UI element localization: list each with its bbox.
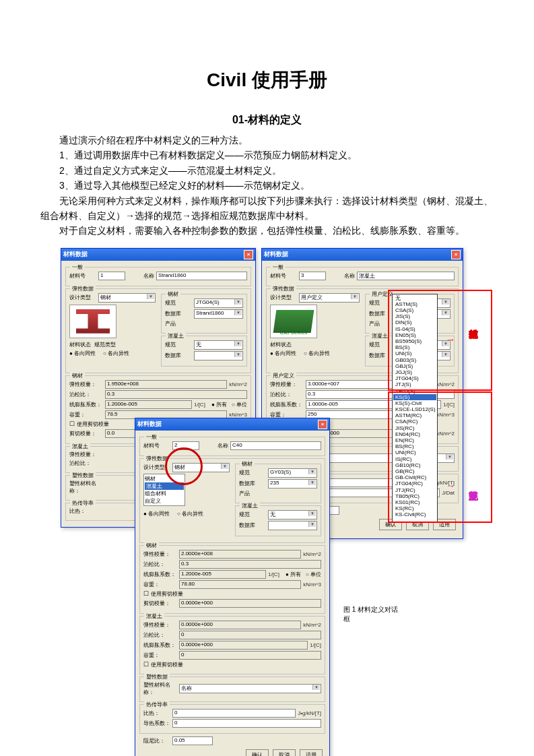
code-option[interactable]: JTG04(RC) — [393, 480, 436, 486]
code-option[interactable]: UNI(S) — [393, 350, 436, 356]
code-option[interactable]: BS5950(S) — [393, 338, 436, 344]
code-option[interactable]: JTJ(RC) — [393, 487, 436, 493]
code-option[interactable]: KS(S) — [393, 394, 436, 400]
code-option[interactable]: GB(RC) — [393, 468, 436, 474]
apply-button[interactable]: 适用 — [300, 749, 323, 756]
dialog-title: 材料数据 — [63, 250, 88, 259]
code-option[interactable]: JIS(RC) — [393, 425, 436, 431]
code-option[interactable]: GB-Civil(RC) — [393, 474, 436, 480]
code-option[interactable]: KS(S)-Civil — [393, 400, 436, 406]
doc-title: Civil 使用手册 — [40, 67, 494, 93]
code-option[interactable]: CSA(RC) — [393, 418, 436, 424]
code-option[interactable]: GB10(RC) — [393, 462, 436, 468]
cancel-button[interactable]: 取消 — [273, 749, 296, 756]
para-1: 1、通过调用数据库中已有材料数据定义——示范预应力钢筋材料定义。 — [40, 148, 494, 162]
para-2: 2、通过自定义方式来定义——示范混凝土材料定义。 — [40, 163, 494, 178]
arrow-icon: → — [446, 480, 455, 491]
code-option[interactable]: ASTM(RC) — [393, 412, 436, 418]
code-option[interactable]: JGJ(S) — [393, 369, 436, 375]
code-option[interactable]: GB03(S) — [393, 357, 436, 363]
titlebar-3[interactable]: 材料数据 × — [262, 249, 463, 261]
figure-area: 材料数据 × 一般 材料号 1 名称 Strand1860 弹性数据 设计类型 … — [40, 248, 494, 720]
close-icon[interactable]: × — [318, 420, 327, 429]
code-option[interactable]: 无 — [393, 295, 436, 301]
code-option[interactable]: JIS(S) — [393, 313, 436, 319]
db-select[interactable]: Strand1860 — [194, 309, 243, 319]
designtype-select[interactable]: 钢材 — [98, 293, 156, 303]
code-option[interactable]: TB05(S) — [393, 388, 436, 394]
ortho-radio[interactable]: 各向异性 — [103, 350, 129, 357]
code-option[interactable]: UNI(RC) — [393, 449, 436, 455]
preview-cuboid: User Defined — [270, 305, 317, 338]
figure-caption: 图 1 材料定义对话 框 — [343, 605, 398, 624]
code-option[interactable]: GBJ(S) — [393, 363, 436, 369]
titlebar-1[interactable]: 材料数据 × — [61, 249, 255, 261]
close-icon[interactable]: × — [244, 250, 253, 259]
use-shear-check[interactable]: 使用剪切模量 — [69, 420, 109, 428]
close-icon[interactable]: × — [451, 250, 461, 259]
code-option[interactable]: DIN(S) — [393, 319, 436, 325]
codes-dropdown[interactable]: 无ASTM(S)CSA(S)JIS(S)DIN(S)IS-04(S)EN05(S… — [392, 294, 438, 523]
code-option[interactable]: KSCE-LSD12(S) — [393, 406, 436, 412]
code-option[interactable]: IS(RC) — [393, 456, 436, 462]
code-option[interactable]: EN(RC) — [393, 437, 436, 443]
arrow-icon: → — [446, 334, 455, 345]
iso-radio[interactable]: 各向同性 — [69, 350, 96, 357]
code-option[interactable]: KS01(RC) — [393, 499, 436, 505]
code-option[interactable]: JTG04(S) — [393, 375, 436, 381]
matnum-input[interactable]: 1 — [98, 272, 125, 280]
code-option[interactable]: BS(S) — [393, 344, 436, 350]
code-option[interactable]: CSA(S) — [393, 307, 436, 313]
designtype-select-3[interactable]: 用户定义 — [299, 293, 360, 303]
group-elastic: 弹性数据 设计类型 钢材 材料状态 规范类型 各向同性 各向异性 钢材 规范JT… — [65, 288, 251, 373]
para-3: 3、通过导入其他模型已经定义好的材料——示范钢材定义。 — [40, 178, 494, 193]
code-option[interactable]: IS-04(S) — [393, 326, 436, 332]
name-input[interactable]: Strand1860 — [156, 272, 247, 280]
code-option[interactable]: KS-Civil(RC) — [393, 511, 436, 517]
code-option[interactable]: JTJ(S) — [393, 381, 436, 387]
code-option[interactable]: EN05(S) — [393, 332, 436, 338]
doc-subtitle: 01-材料的定义 — [40, 113, 494, 127]
type-dropdown-open[interactable]: 钢材 混凝土 组合材料 自定义 — [143, 474, 185, 506]
code-option[interactable]: ASTM(S) — [393, 301, 436, 307]
code-option[interactable]: EN04(RC) — [393, 431, 436, 437]
code-select[interactable]: JTG04(S) — [194, 298, 243, 308]
dialog-material-2: 材料数据 × 一般 材料号 2 名称 C40 弹性数据 设计类型 钢材 钢材 混… — [135, 418, 330, 756]
code-option[interactable]: TB05(RC) — [393, 493, 436, 499]
para-4: 无论采用何种方式来定义材料，操作顺序都可以按下列步骤来执行：选择设计材料类型（钢… — [40, 193, 494, 224]
dialog-title: 材料数据 — [264, 250, 288, 259]
para-5: 对于自定义材料，需要输入各种控制参数的数据，包括弹性模量、泊松比、线膨胀系数、容… — [40, 223, 494, 238]
group-general: 一般 材料号 1 名称 Strand1860 — [65, 267, 251, 286]
designtype-select-2[interactable]: 钢材 — [172, 463, 230, 472]
code-option[interactable]: BS(RC) — [393, 443, 436, 449]
code-option[interactable]: KS(RC) — [393, 505, 436, 511]
ok-button[interactable]: 确认 — [246, 749, 269, 756]
preview-ibeam — [69, 305, 116, 338]
para-intro: 通过演示介绍在程序中材料定义的三种方法。 — [40, 133, 494, 148]
titlebar-2[interactable]: 材料数据 × — [135, 418, 329, 431]
